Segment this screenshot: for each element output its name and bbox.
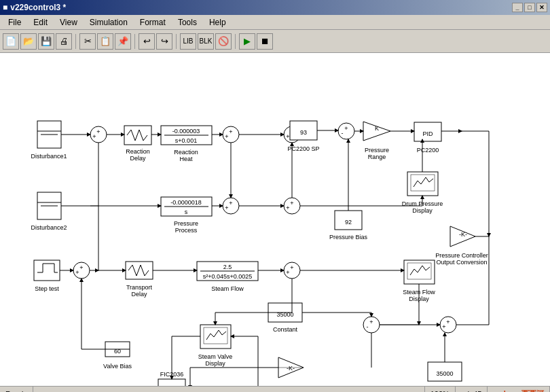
status-ready: Ready (0, 387, 33, 392)
library-button[interactable]: LIB (180, 33, 196, 50)
cut-button[interactable]: ✂ (79, 33, 96, 50)
pause-button[interactable]: ⏹ (257, 33, 273, 50)
menu-format[interactable]: Format (134, 16, 171, 29)
menu-help[interactable]: Help (204, 16, 232, 29)
svg-text:+: + (446, 319, 450, 325)
svg-text:Transport: Transport (126, 284, 153, 291)
redo-button[interactable]: ↪ (156, 33, 172, 50)
svg-text:+: + (225, 204, 228, 211)
svg-text:Output Conversion: Output Conversion (436, 259, 487, 266)
print-button[interactable]: 🖨 (56, 33, 72, 50)
sep1 (75, 34, 76, 49)
svg-text:Disturbance1: Disturbance1 (31, 153, 67, 160)
open-button[interactable]: 📂 (20, 33, 37, 50)
svg-text:+: + (75, 269, 79, 276)
svg-text:35000: 35000 (436, 370, 453, 377)
svg-text:-K-: -K- (287, 365, 295, 372)
svg-text:Constant: Constant (273, 326, 298, 333)
run-button[interactable]: ▶ (239, 33, 255, 50)
sep4 (235, 34, 236, 49)
svg-text:+: + (96, 128, 100, 135)
save-button[interactable]: 💾 (38, 33, 54, 50)
svg-rect-135 (158, 379, 185, 386)
menu-simulation[interactable]: Simulation (84, 16, 133, 29)
maximize-button[interactable]: □ (524, 3, 535, 12)
sep3 (176, 34, 177, 49)
undo-button[interactable]: ↩ (139, 33, 155, 50)
svg-text:-K-: -K- (459, 231, 467, 238)
svg-text:92: 92 (345, 219, 352, 226)
new-button[interactable]: 📄 (3, 33, 19, 50)
svg-text:2.5: 2.5 (223, 264, 232, 270)
menu-edit[interactable]: Edit (28, 16, 53, 29)
svg-text:Step test: Step test (35, 285, 59, 292)
svg-text:-0.000003: -0.000003 (172, 128, 200, 135)
copy-button[interactable]: 📋 (97, 33, 113, 50)
menu-tools[interactable]: Tools (172, 16, 202, 29)
svg-rect-0 (0, 53, 550, 386)
stop-button[interactable]: 🚫 (215, 33, 232, 50)
svg-text:Pressure: Pressure (174, 220, 198, 227)
titlebar-left: ■ v229control3 * (3, 3, 66, 12)
svg-text:PC2200: PC2200 (417, 147, 439, 154)
status-empty (33, 387, 425, 392)
svg-text:+: + (286, 133, 289, 140)
svg-text:+: + (229, 128, 232, 135)
paste-button[interactable]: 📌 (115, 33, 131, 50)
svg-text:+: + (79, 264, 83, 271)
svg-text:Range: Range (368, 154, 386, 160)
toolbar: 📄 📂 💾 🖨 ✂ 📋 📌 ↩ ↪ LIB BLK 🚫 ▶ ⏹ (0, 30, 550, 53)
titlebar: ■ v229control3 * _ □ ✕ (0, 0, 550, 15)
svg-text:Pressure: Pressure (365, 147, 389, 154)
svg-text:+: + (229, 200, 232, 207)
svg-text:+: + (286, 204, 289, 211)
svg-text:+: + (290, 264, 293, 271)
svg-text:Flow Controller: Flow Controller (274, 385, 315, 386)
block-button[interactable]: BLK (198, 33, 214, 50)
svg-text:93: 93 (300, 129, 307, 136)
status-watermark: cc here 西西河 (488, 387, 550, 392)
minimize-button[interactable]: _ (512, 3, 523, 12)
svg-text:+: + (290, 200, 293, 207)
svg-text:s+0.001: s+0.001 (175, 137, 197, 144)
svg-rect-108 (407, 263, 431, 279)
status-zoom: 100% (425, 387, 456, 392)
svg-text:Process: Process (175, 227, 198, 234)
svg-text:+: + (225, 133, 228, 140)
svg-text:Reaction: Reaction (126, 148, 150, 155)
menubar: File Edit View Simulation Format Tools H… (0, 15, 550, 30)
svg-text:+: + (344, 125, 348, 132)
diagram-canvas[interactable]: Disturbance1 Disturbance2 + + Reaction D… (0, 53, 550, 386)
statusbar: Ready 100% ode45 cc here 西西河 (0, 386, 550, 392)
svg-text:-: - (342, 130, 344, 137)
sep2 (134, 34, 135, 49)
svg-text:PID: PID (422, 130, 433, 137)
svg-text:Display: Display (205, 360, 225, 367)
svg-text:s²+0.045s+0.0025: s²+0.045s+0.0025 (203, 273, 253, 280)
svg-text:+: + (286, 269, 289, 276)
svg-text:Delay: Delay (131, 291, 147, 298)
svg-text:Delay: Delay (130, 155, 146, 162)
svg-text:K: K (375, 125, 379, 132)
svg-text:Heat: Heat (179, 156, 193, 162)
svg-text:Display: Display (412, 207, 433, 214)
svg-text:-: - (367, 323, 369, 330)
menu-view[interactable]: View (54, 16, 83, 29)
svg-text:s: s (185, 209, 188, 215)
svg-text:PC2200 SP: PC2200 SP (287, 145, 319, 152)
svg-text:Reaction: Reaction (174, 149, 198, 156)
close-button[interactable]: ✕ (536, 3, 547, 12)
titlebar-controls: _ □ ✕ (512, 3, 547, 12)
status-solver: ode45 (456, 387, 488, 392)
simulink-diagram: Disturbance1 Disturbance2 + + Reaction D… (0, 53, 550, 386)
svg-text:Pressure Bias: Pressure Bias (329, 234, 368, 240)
svg-text:Steam Valve: Steam Valve (198, 353, 232, 360)
svg-text:Valve Bias: Valve Bias (103, 363, 132, 370)
svg-text:-0.0000018: -0.0000018 (170, 199, 202, 206)
window-title: v229control3 * (10, 3, 66, 12)
svg-rect-125 (204, 327, 227, 344)
menu-file[interactable]: File (3, 16, 26, 29)
svg-text:+: + (442, 323, 445, 330)
svg-text:Steam Flow: Steam Flow (211, 285, 244, 292)
svg-rect-50 (411, 175, 435, 191)
